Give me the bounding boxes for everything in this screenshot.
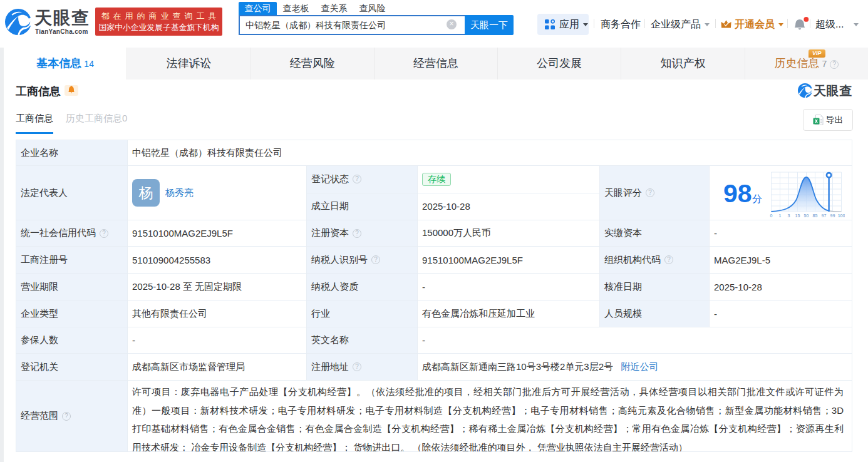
svg-text:50: 50	[804, 213, 809, 218]
svg-text:15: 15	[795, 213, 800, 218]
svg-text:1: 1	[779, 213, 782, 218]
svg-text:97: 97	[822, 213, 827, 218]
svg-text:85: 85	[813, 213, 818, 218]
svg-text:99: 99	[830, 213, 835, 218]
svg-text:100: 100	[838, 213, 845, 218]
svg-text:0: 0	[770, 213, 773, 218]
svg-text:3: 3	[788, 213, 790, 218]
